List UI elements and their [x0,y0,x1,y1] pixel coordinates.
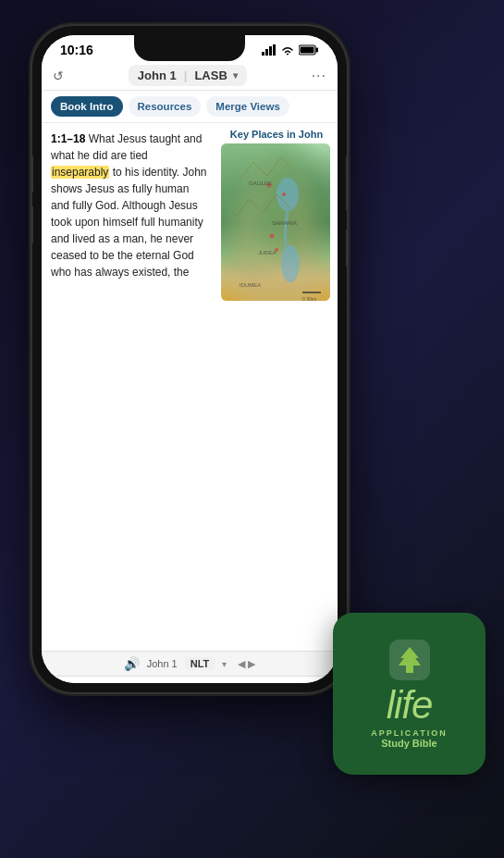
nav-dropdown-icon[interactable]: ▾ [233,70,238,81]
verse-reference: 1:1–18 [51,132,85,145]
intro-commentary: 1:1–18 What Jesus taught and what he did… [42,123,217,651]
volume-down-button[interactable] [32,206,33,243]
status-icons [262,44,319,56]
badge-life-text: life [387,686,433,725]
wifi-icon [281,45,294,56]
map-panel: Key Places in John [217,123,338,651]
battery-icon [299,44,319,56]
svg-point-10 [282,193,286,196]
nav-version: LASB [194,68,227,82]
svg-rect-2 [269,46,272,56]
tab-resources[interactable]: Resources [129,96,202,117]
tabs-bar: Book Intro Resources Merge Views [42,91,338,123]
svg-rect-0 [262,52,264,56]
speaker-icon[interactable]: 🔊 [124,656,140,671]
nav-divider: | [184,68,188,82]
tab-merge-views[interactable]: Merge Views [206,96,289,117]
svg-text:GALILEE: GALILEE [249,180,272,186]
tree-icon-container [389,640,430,680]
map-image[interactable]: GALILEE SAMARIA JUDEA IDUMEA 0 30mi [221,143,330,301]
more-menu-icon[interactable]: ··· [312,68,326,84]
svg-marker-19 [399,647,421,673]
audio-book: John 1 [147,658,178,669]
map-title: Key Places in John [221,129,332,140]
side-button-2[interactable] [346,230,347,267]
svg-rect-6 [301,47,314,54]
nav-book: John 1 [138,68,177,82]
svg-text:IDUMEA: IDUMEA [240,282,261,288]
badge-subtitle: APPLICATION [371,728,447,738]
nav-center[interactable]: John 1 | LASB ▾ [129,65,247,86]
bible-version-badge[interactable]: NLT [185,657,215,670]
scene: 10:16 [0,0,504,858]
tab-book-intro[interactable]: Book Intro [51,96,123,117]
history-icon[interactable]: ↺ [53,68,64,83]
svg-rect-17 [302,292,321,293]
content-area: 1:1–18 What Jesus taught and what he did… [42,123,338,651]
svg-rect-3 [273,44,276,56]
svg-text:SAMARIA: SAMARIA [272,220,297,226]
version-dropdown-icon[interactable]: ▾ [222,659,227,669]
power-button[interactable] [346,155,347,211]
status-time: 10:16 [60,43,93,57]
nav-bar: ↺ John 1 | LASB ▾ ··· [42,61,338,91]
svg-point-8 [281,245,300,282]
volume-up-button[interactable] [32,155,33,193]
highlighted-word: inseparably [51,166,109,179]
svg-point-11 [270,234,275,239]
tree-icon [397,645,423,675]
badge-title: Study Bible [381,738,437,749]
phone-frame: 10:16 [32,26,347,692]
svg-rect-5 [316,48,319,53]
bible-text-section: Prologue: Christ, the Eternal Word 1 i I… [42,677,338,683]
audio-extra: ◀ ▶ [238,658,255,670]
notch [134,35,245,61]
signal-icon [262,44,277,56]
app-badge: life APPLICATION Study Bible [333,613,486,775]
map-svg: GALILEE SAMARIA JUDEA IDUMEA 0 30mi [221,143,330,301]
svg-rect-1 [265,49,268,56]
phone-screen: 10:16 [42,35,338,683]
svg-text:JUDEA: JUDEA [258,250,277,255]
audio-bar: 🔊 John 1 NLT ▾ ◀ ▶ [42,651,338,677]
intro-body-part2: to his identity. John shows Jesus as ful… [51,166,207,279]
svg-text:0  30mi: 0 30mi [302,296,316,301]
